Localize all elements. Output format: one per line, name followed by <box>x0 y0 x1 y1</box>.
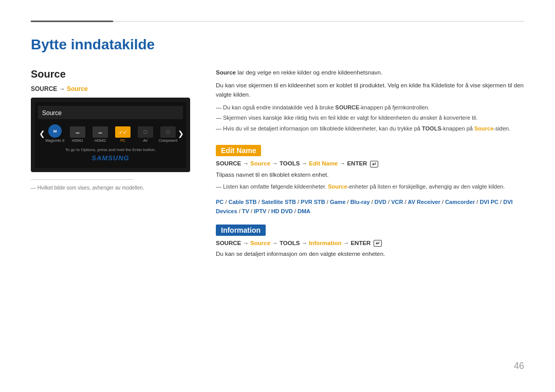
enter-icon-edit: ↵ <box>370 161 378 167</box>
edit-name-desc: Tilpass navnet til en tilkoblet ekstern … <box>216 171 524 179</box>
information-desc: Du kan se detaljert informasjon om den v… <box>216 250 524 258</box>
device-satellite-stb: Satellite STB <box>262 199 296 205</box>
edit-name-path-middle: → TOOLS → <box>270 160 309 166</box>
tv-icon-magicinfo: M MagicInfo S <box>45 124 65 142</box>
left-footnote: — Hvilket bilde som vises, avhenger av m… <box>31 185 195 191</box>
top-line-thick <box>31 21 113 22</box>
edit-name-path-highlight: Edit Name <box>309 160 338 166</box>
edit-name-bullet-list: Listen kan omfatte følgende kildeenheter… <box>216 182 524 191</box>
tv-hint-text: To go to Options, press and hold the Ent… <box>38 147 183 152</box>
tv-icon-label-magicinfo: MagicInfo S <box>46 139 65 142</box>
edit-name-bullet-1: Listen kan omfatte følgende kildeenheter… <box>216 182 524 191</box>
intro-text-1: Source lar deg velge en rekke kilder og … <box>216 68 524 77</box>
tv-icon-box-pc: ✓ <box>115 126 131 138</box>
bullet-item-1: Du kan også endre inndatakilde ved å bru… <box>216 103 524 112</box>
bullet-item-3: Hvis du vil se detaljert informasjon om … <box>216 124 524 133</box>
information-path-middle: → TOOLS → <box>270 240 309 246</box>
tv-icon-label-av: AV <box>143 139 148 142</box>
tv-icon-box-hdmi1: ▬ <box>70 126 85 138</box>
device-devices: Devices <box>216 208 237 214</box>
device-vcr: VCR <box>391 199 403 205</box>
information-section: Information SOURCE → Source → TOOLS → In… <box>216 219 524 259</box>
device-iptv: IPTV <box>254 208 266 214</box>
tv-icon-box-av: ⬡ <box>138 126 153 138</box>
tv-icon-box-component: ⬡ <box>160 126 176 138</box>
tv-icon-box-hdmi2: ▬ <box>92 126 108 138</box>
intro-text-1-rest: lar deg velge en rekke kilder og endre k… <box>236 69 382 76</box>
tv-screen-inner: Source ❮ M MagicInfo S <box>35 102 186 168</box>
information-path-highlight: Information <box>309 240 341 246</box>
source-heading: Source <box>31 68 195 80</box>
edit-name-path-prefix: SOURCE → <box>216 160 250 166</box>
intro-text-2: Du kan vise skjermen til en kildeenhet s… <box>216 81 524 99</box>
top-line-thin <box>113 21 524 22</box>
device-dvd: DVD <box>375 199 386 205</box>
tv-icon-label-hdmi1: HDMI1 <box>72 139 83 142</box>
tv-icon-hdmi1: ▬ HDMI1 <box>68 126 87 142</box>
page-title: Bytte inndatakilde <box>31 36 524 53</box>
intro-bold-source: Source <box>216 69 236 76</box>
tv-icon-label-hdmi2: HDMI2 <box>95 139 106 142</box>
page-number: 46 <box>514 361 524 371</box>
tv-icon-box-magicinfo: M <box>48 124 62 138</box>
device-game: Game <box>330 199 346 205</box>
device-list: PC / Cable STB / Satellite STB / PVR STB… <box>216 198 524 216</box>
tv-icons: M MagicInfo S ▬ HDMI1 <box>45 124 178 142</box>
edit-name-section: Edit Name SOURCE → Source → TOOLS → Edit… <box>216 140 524 216</box>
edit-name-path-source: Source <box>250 160 270 166</box>
information-path: SOURCE → Source → TOOLS → Information → … <box>216 240 524 247</box>
tv-nav-right-arrow[interactable]: ❯ <box>178 129 184 138</box>
device-av-receiver: AV Receiver <box>408 199 440 205</box>
tv-icon-av: ⬡ AV <box>136 126 155 142</box>
tv-icon-component: ⬡ Component <box>158 126 178 142</box>
samsung-logo: SAMSUNG <box>38 154 183 162</box>
edit-name-path-suffix: → ENTER <box>338 160 369 166</box>
tv-icons-row: ❮ M MagicInfo S ▬ <box>38 122 183 144</box>
tv-screen: Source ❮ M MagicInfo S <box>31 98 190 172</box>
information-label: Information <box>216 225 266 236</box>
information-path-prefix: SOURCE → <box>216 240 250 246</box>
page-container: Bytte inndatakilde Source SOURCE → Sourc… <box>0 0 555 392</box>
source-nav-path: SOURCE → Source <box>31 85 195 92</box>
content-layout: Source SOURCE → Source Source ❮ M <box>31 68 524 262</box>
edit-name-label: Edit Name <box>216 145 261 156</box>
bullet-item-2: Skjermen vises kanskje ikke riktig hvis … <box>216 114 524 122</box>
nav-path-prefix: SOURCE → <box>31 85 67 92</box>
information-path-suffix: → ENTER <box>342 240 373 246</box>
tv-icon-hdmi2: ▬ HDMI2 <box>90 126 110 142</box>
edit-name-path: SOURCE → Source → TOOLS → Edit Name → EN… <box>216 160 524 167</box>
device-bluray: Blu-ray <box>350 199 370 205</box>
device-dvi-pc: DVI PC <box>479 199 498 205</box>
device-tv: TV <box>242 208 249 214</box>
left-divider <box>31 179 134 180</box>
device-pc: PC <box>216 199 224 205</box>
left-column: Source SOURCE → Source Source ❮ M <box>31 68 195 262</box>
device-cable-stb: Cable STB <box>228 199 256 205</box>
bullet-list: Du kan også endre inndatakilde ved å bru… <box>216 103 524 133</box>
nav-path-highlight: Source <box>67 85 88 92</box>
tv-source-label: Source <box>42 109 62 117</box>
device-hd-dvd: HD DVD <box>271 208 293 214</box>
device-camcorder: Camcorder <box>445 199 475 205</box>
device-dma: DMA <box>298 208 310 214</box>
tv-source-bar: Source <box>38 106 183 119</box>
tv-icon-label-pc: PC <box>120 139 125 142</box>
device-dvi: DVI <box>503 199 512 205</box>
top-lines <box>31 21 524 22</box>
enter-icon-info: ↵ <box>374 240 382 247</box>
information-path-source: Source <box>250 240 270 246</box>
right-column: Source lar deg velge en rekke kilder og … <box>216 68 524 262</box>
device-pvr-stb: PVR STB <box>301 199 325 205</box>
tv-icon-label-component: Component <box>159 139 177 142</box>
tv-nav-left-arrow[interactable]: ❮ <box>39 129 45 138</box>
tv-icon-pc: ✓ PC <box>113 126 133 142</box>
